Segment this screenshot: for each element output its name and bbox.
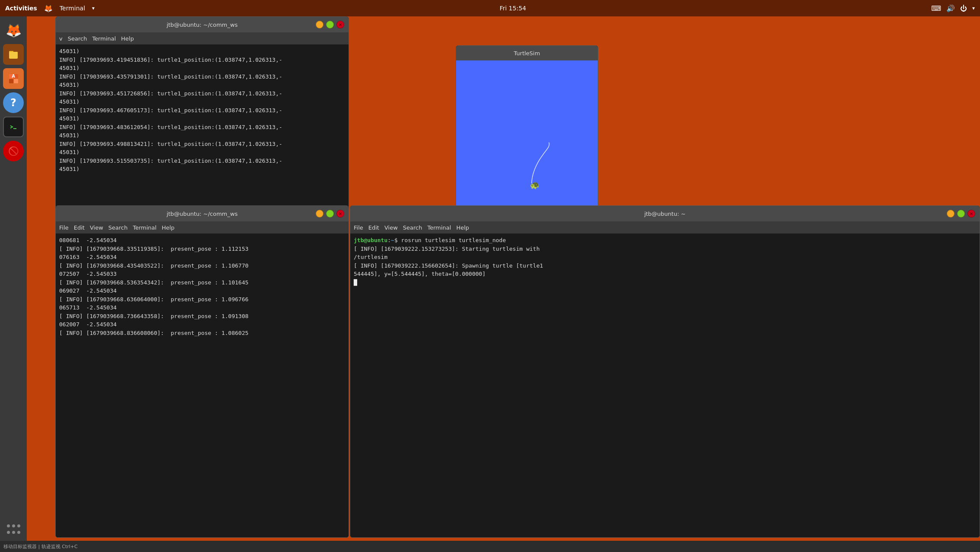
menu-help[interactable]: Help: [121, 35, 134, 42]
sidebar-item-blocked[interactable]: 🚫: [3, 141, 24, 161]
svg-rect-5: [9, 79, 13, 83]
menu-help-3[interactable]: Help: [456, 224, 469, 231]
terminal-output-2: 080681 -2.545034 [ INFO] [1679039668.335…: [59, 236, 345, 337]
keyboard-icon[interactable]: ⌨: [931, 4, 941, 13]
dot: [7, 524, 10, 527]
terminal-menubar-2: File Edit View Search Terminal Help: [56, 221, 349, 233]
menu-terminal-2[interactable]: Terminal: [133, 224, 156, 231]
menu-edit-3[interactable]: Edit: [368, 224, 379, 231]
volume-icon[interactable]: 🔊: [946, 4, 955, 13]
menu-edit-2[interactable]: Edit: [74, 224, 85, 231]
close-button-3[interactable]: ✕: [967, 210, 975, 218]
sidebar: 🦊 A ? 🚫: [0, 16, 27, 541]
sidebar-item-help[interactable]: ?: [3, 92, 24, 113]
menu-search-3[interactable]: Search: [403, 224, 422, 231]
terminal-title-1: jtb@ubuntu: ~/comm_ws: [60, 22, 344, 28]
terminal-window-3: jtb@ubuntu: ~ ✕ File Edit View Search Te…: [350, 205, 980, 538]
terminal-titlebar-3: jtb@ubuntu: ~ ✕: [350, 206, 980, 221]
sidebar-dots: [7, 524, 20, 534]
dot: [12, 531, 15, 534]
minimize-button-2[interactable]: [316, 210, 323, 218]
terminal-menubar-1: v Search Terminal Help: [56, 32, 349, 44]
top-bar: Activities 🦊 Terminal ▾ Fri 15:54 ⌨ 🔊 ⏻ …: [0, 0, 980, 16]
sidebar-item-files[interactable]: [3, 44, 24, 65]
sidebar-item-firefox[interactable]: 🦊: [3, 20, 24, 41]
terminal-taskbar-label[interactable]: Terminal: [60, 5, 85, 12]
menu-terminal[interactable]: Terminal: [92, 35, 116, 42]
terminal-content-1[interactable]: 45031) INFO] [179039693.419451836]: turt…: [56, 44, 349, 214]
window-controls-1: ✕: [316, 21, 344, 28]
turtle-sprite: 🐢: [530, 180, 539, 189]
terminal-content-2[interactable]: 080681 -2.545034 [ INFO] [1679039668.335…: [56, 233, 349, 537]
top-bar-left: Activities 🦊 Terminal ▾: [5, 4, 95, 13]
terminal-titlebar-2: jtb@ubuntu: ~/comm_ws ✕: [56, 206, 349, 221]
bottom-text: 移动目标监视器 | 轨迹监视 Ctrl+C: [0, 543, 81, 550]
turtlesim-canvas: 🐢: [456, 60, 598, 211]
menu-search[interactable]: Search: [68, 35, 87, 42]
menu-search-2[interactable]: Search: [108, 224, 128, 231]
terminal-title-2: jtb@ubuntu: ~/comm_ws: [60, 211, 344, 217]
dot-row-2: [7, 531, 20, 534]
dot: [17, 531, 20, 534]
top-bar-clock: Fri 15:54: [95, 5, 931, 12]
svg-text:A: A: [12, 74, 15, 79]
bottom-bar: 移动目标监视器 | 轨迹监视 Ctrl+C: [0, 541, 980, 552]
dot: [17, 524, 20, 527]
terminal-title-3: jtb@ubuntu: ~: [355, 211, 975, 217]
dot: [12, 524, 15, 527]
menu-help-2[interactable]: Help: [162, 224, 174, 231]
menu-view-3[interactable]: View: [384, 224, 398, 231]
terminal-window-2: jtb@ubuntu: ~/comm_ws ✕ File Edit View S…: [55, 205, 349, 538]
firefox-taskbar-icon[interactable]: 🦊: [44, 4, 53, 13]
menu-file-2[interactable]: File: [59, 224, 69, 231]
svg-rect-2: [9, 52, 18, 58]
power-icon[interactable]: ⏻: [960, 4, 967, 13]
menu-file-3[interactable]: File: [354, 224, 363, 231]
minimize-button-1[interactable]: [316, 21, 323, 28]
terminal-window-1: jtb@ubuntu: ~/comm_ws ✕ v Search Termina…: [55, 16, 349, 215]
terminal-icon: [8, 121, 19, 132]
dot: [7, 531, 10, 534]
window-controls-2: ✕: [316, 210, 344, 218]
blocked-icon: 🚫: [8, 146, 19, 156]
sidebar-item-software[interactable]: A: [3, 68, 24, 89]
menu-terminal-3[interactable]: Terminal: [427, 224, 451, 231]
maximize-button-1[interactable]: [326, 21, 334, 28]
terminal-output-3: jtb@ubuntu:~$ rosrun turtlesim turtlesim…: [354, 236, 976, 287]
clock-time: Fri 15:54: [500, 5, 526, 12]
turtlesim-window: TurtleSim ✕ 🐢: [456, 45, 598, 211]
help-icon: ?: [10, 97, 16, 109]
window-controls-3: ✕: [947, 210, 975, 218]
close-button-1[interactable]: ✕: [336, 21, 344, 28]
turtle-path-svg: [456, 60, 598, 211]
activities-button[interactable]: Activities: [5, 5, 37, 12]
maximize-button-2[interactable]: [326, 210, 334, 218]
terminal-menubar-3: File Edit View Search Terminal Help: [350, 221, 980, 233]
files-icon: [7, 48, 19, 60]
top-bar-right: ⌨ 🔊 ⏻ ▾: [931, 4, 975, 13]
minimize-button-3[interactable]: [947, 210, 955, 218]
close-button-2[interactable]: ✕: [336, 210, 344, 218]
terminal-output-1: 45031) INFO] [179039693.419451836]: turt…: [59, 47, 345, 173]
software-icon: A: [7, 73, 19, 85]
turtlesim-title: TurtleSim: [460, 50, 593, 57]
sidebar-item-terminal[interactable]: [3, 117, 24, 137]
svg-rect-8: [9, 122, 18, 132]
dot-row-1: [7, 524, 20, 527]
system-menu-arrow[interactable]: ▾: [972, 5, 975, 11]
svg-rect-6: [14, 79, 18, 83]
maximize-button-3[interactable]: [957, 210, 965, 218]
terminal-titlebar-1: jtb@ubuntu: ~/comm_ws ✕: [56, 17, 349, 32]
terminal-content-3[interactable]: jtb@ubuntu:~$ rosrun turtlesim turtlesim…: [350, 233, 980, 537]
menu-view[interactable]: v: [59, 35, 63, 42]
menu-view-2[interactable]: View: [90, 224, 103, 231]
firefox-icon: 🦊: [6, 23, 22, 38]
turtlesim-titlebar: TurtleSim ✕: [456, 46, 598, 60]
